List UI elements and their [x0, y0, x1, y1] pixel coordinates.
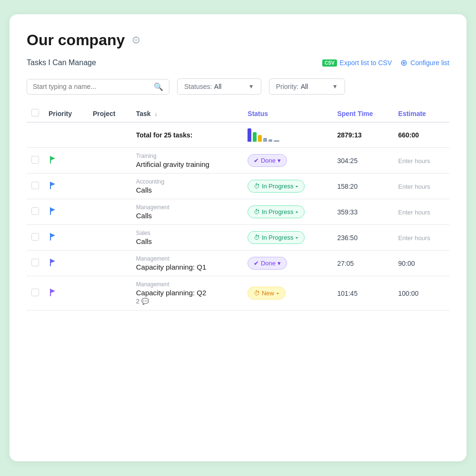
filters-row: 🔍 Statuses: All Done In Progress New ▼ P…	[27, 78, 449, 95]
task-name[interactable]: Artificial gravity training	[136, 160, 238, 168]
priority-flag	[44, 174, 88, 199]
gear-icon[interactable]: ⚙	[131, 34, 141, 47]
task-estimate[interactable]: 100:00	[394, 276, 449, 311]
task-spent-time: 359:33	[332, 199, 393, 225]
total-spent-time: 2879:13	[332, 122, 393, 148]
task-spent-time: 27:05	[332, 251, 393, 276]
priority-filter-wrapper: Priority: All High Medium Low ▼	[269, 78, 345, 95]
task-name[interactable]: Calls	[136, 212, 238, 220]
total-row: Total for 25 tasks: 2879:13 660:00	[27, 122, 449, 148]
table-row: TrainingArtificial gravity training✔ Don…	[27, 148, 449, 174]
th-project[interactable]: Project	[88, 105, 131, 122]
row-checkbox-5[interactable]	[31, 289, 39, 296]
task-project: Management	[136, 255, 238, 262]
flag-icon	[49, 288, 56, 297]
task-name-col: SalesCalls	[131, 225, 243, 251]
header-row: Our company ⚙	[27, 31, 449, 49]
task-name[interactable]: Calls	[136, 237, 238, 245]
flag-icon	[49, 155, 56, 165]
subheader-actions: CSV Export list to CSV ⊕ Configure list	[322, 58, 449, 68]
task-name-col: TrainingArtificial gravity training	[131, 148, 243, 174]
status-badge[interactable]: ⏱ New ▾	[248, 287, 285, 300]
export-csv-label: Export list to CSV	[340, 59, 392, 67]
task-project-col	[88, 225, 131, 251]
th-task[interactable]: Task ↓	[131, 105, 243, 122]
statuses-label: Statuses:	[184, 83, 212, 90]
configure-list-label: Configure list	[410, 59, 449, 67]
task-name-col: ManagementCapacity planning: Q22 💬	[131, 276, 243, 311]
tasks-table: Priority Project Task ↓ Status Spent Tim…	[27, 105, 449, 311]
status-badge[interactable]: ⏱ In Progress ▾	[248, 231, 305, 244]
task-project: Accounting	[136, 178, 238, 185]
priority-flag	[44, 225, 88, 251]
task-name-col: ManagementCapacity planning: Q1	[131, 251, 243, 276]
search-icon[interactable]: 🔍	[154, 82, 163, 91]
search-input[interactable]	[33, 83, 154, 90]
table-row: ManagementCalls⏱ In Progress ▾359:33Ente…	[27, 199, 449, 225]
flag-icon	[49, 206, 56, 216]
status-badge[interactable]: ✔ Done ▾	[248, 257, 287, 270]
task-status[interactable]: ⏱ New ▾	[243, 276, 332, 311]
row-checkbox-1[interactable]	[31, 182, 39, 189]
task-name-col: ManagementCalls	[131, 199, 243, 225]
status-badge[interactable]: ⏱ In Progress ▾	[248, 205, 305, 218]
svg-rect-5	[50, 289, 51, 296]
status-badge[interactable]: ✔ Done ▾	[248, 154, 287, 167]
task-project-col	[88, 251, 131, 276]
svg-rect-2	[50, 207, 51, 215]
status-badge[interactable]: ⏱ In Progress ▾	[248, 180, 305, 193]
task-project-col	[88, 148, 131, 174]
row-checkbox-3[interactable]	[31, 233, 39, 241]
configure-list-button[interactable]: ⊕ Configure list	[400, 58, 449, 68]
th-spent-time[interactable]: Spent Time	[332, 105, 393, 122]
task-status[interactable]: ⏱ In Progress ▾	[243, 174, 332, 199]
export-csv-button[interactable]: CSV Export list to CSV	[322, 59, 392, 67]
company-title: Our company	[27, 31, 125, 49]
th-checkbox	[27, 105, 44, 122]
priority-label: Priority:	[276, 83, 298, 90]
task-project: Management	[136, 281, 238, 288]
statuses-filter-wrapper: Statuses: All Done In Progress New ▼	[177, 78, 261, 95]
task-estimate[interactable]: Enter hours	[394, 174, 449, 199]
flag-icon	[49, 232, 56, 242]
task-project-col	[88, 174, 131, 199]
task-status[interactable]: ⏱ In Progress ▾	[243, 225, 332, 251]
task-status[interactable]: ✔ Done ▾	[243, 251, 332, 276]
priority-caret-icon: ▼	[332, 83, 338, 90]
total-chart	[243, 122, 332, 148]
flag-icon	[49, 258, 56, 267]
svg-rect-4	[50, 259, 51, 266]
task-project-col	[88, 199, 131, 225]
row-checkbox-0[interactable]	[31, 156, 39, 164]
priority-flag	[44, 251, 88, 276]
th-priority[interactable]: Priority	[44, 105, 88, 122]
csv-icon: CSV	[322, 59, 337, 67]
task-estimate[interactable]: Enter hours	[394, 148, 449, 174]
flag-icon	[49, 181, 56, 190]
svg-rect-3	[50, 233, 51, 241]
row-checkbox-4[interactable]	[31, 259, 39, 266]
task-name[interactable]: Capacity planning: Q2	[136, 289, 238, 297]
task-spent-time: 236:50	[332, 225, 393, 251]
task-name[interactable]: Calls	[136, 186, 238, 194]
select-all-checkbox[interactable]	[31, 109, 39, 117]
statuses-select[interactable]: All Done In Progress New	[214, 83, 248, 90]
task-project: Training	[136, 153, 238, 159]
th-estimate[interactable]: Estimate	[394, 105, 449, 122]
svg-rect-1	[50, 182, 51, 189]
task-estimate[interactable]: Enter hours	[394, 199, 449, 225]
task-status[interactable]: ✔ Done ▾	[243, 148, 332, 174]
task-spent-time: 304:25	[332, 148, 393, 174]
search-box: 🔍	[27, 79, 169, 95]
task-estimate[interactable]: 90:00	[394, 251, 449, 276]
subtitle: Tasks I Can Manage	[27, 58, 96, 67]
row-checkbox-2[interactable]	[31, 207, 39, 215]
subheader-row: Tasks I Can Manage CSV Export list to CS…	[27, 58, 449, 68]
priority-select[interactable]: All High Medium Low	[301, 83, 332, 90]
task-name-col: AccountingCalls	[131, 174, 243, 199]
task-status[interactable]: ⏱ In Progress ▾	[243, 199, 332, 225]
task-name[interactable]: Capacity planning: Q1	[136, 263, 238, 271]
th-status[interactable]: Status	[243, 105, 332, 122]
task-estimate[interactable]: Enter hours	[394, 225, 449, 251]
task-project-col	[88, 276, 131, 311]
